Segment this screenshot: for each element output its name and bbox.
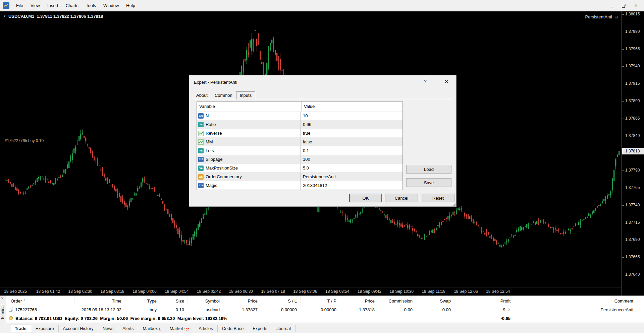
terminal-main: Order/TimeTypeSizeSymbolPriceS / LT / PP… [6, 296, 644, 333]
column-header-10-swap[interactable]: Swap [416, 297, 454, 305]
price-axis-label: 1.37665 [625, 255, 640, 259]
minimize-button[interactable] [609, 3, 614, 8]
price-axis-label: 1.37715 [625, 220, 640, 225]
chart-symbol-period: USDCAD,M1 [8, 14, 34, 19]
price-axis-label: 1.37640 [625, 272, 640, 277]
smiley-icon[interactable]: ☺ [614, 14, 619, 19]
terminal-tab-mailbox[interactable]: Mailbox6 [138, 325, 165, 332]
menu-charts[interactable]: Charts [62, 0, 82, 11]
price-axis[interactable]: 1.37818 1.380151.379901.379651.379401.37… [622, 11, 644, 295]
input-variable-cell: 123N [197, 112, 300, 120]
column-header-2-type[interactable]: Type [125, 297, 160, 305]
input-row-ordercommentary[interactable]: abOrderCommentaryPersisteneceAnti [197, 172, 402, 181]
double-type-icon: Va [198, 122, 204, 127]
input-row-mm[interactable]: MMfalse [197, 137, 402, 146]
column-header-8-price[interactable]: Price [340, 297, 378, 305]
input-variable-cell: 123Slippage [197, 155, 300, 163]
input-row-ratio[interactable]: VaRatio0.66 [197, 120, 402, 129]
input-value-cell[interactable]: 0.1 [300, 146, 402, 155]
input-row-magic[interactable]: 123Magic2013041812 [197, 181, 402, 190]
restore-button[interactable] [621, 3, 627, 8]
ok-button[interactable]: OK [349, 194, 382, 202]
terminal-tab-label: Code Base [222, 326, 244, 331]
input-value-cell[interactable]: false [300, 138, 402, 146]
column-header-11-profit[interactable]: Profit [454, 297, 514, 305]
column-header-1-time[interactable]: Time [74, 297, 125, 305]
menu-help[interactable]: Help [122, 0, 139, 11]
input-value-cell[interactable]: 10 [300, 112, 402, 120]
menu-window[interactable]: Window [100, 0, 122, 11]
time-axis[interactable]: 18 Sep 202518 Sep 01:4218 Sep 02:3018 Se… [0, 287, 644, 295]
input-row-maxpositionsize[interactable]: VaMaxPositionSize5.0 [197, 163, 402, 172]
column-header-12-comment[interactable]: Comment [514, 297, 644, 305]
menu-view[interactable]: View [27, 0, 44, 11]
terminal-tab-market[interactable]: Market122 [165, 325, 194, 332]
close-position-icon[interactable]: × [508, 307, 511, 312]
order-type: buy [125, 307, 160, 312]
order-swap: 0.00 [416, 307, 454, 312]
terminal-tab-articles[interactable]: Articles [194, 325, 218, 332]
inputs-table: Variable Value 123N10VaRatio0.66Reverset… [197, 102, 403, 190]
cancel-button[interactable]: Cancel [385, 194, 418, 202]
save-button[interactable]: Save [406, 178, 451, 187]
input-value-cell[interactable]: 0.66 [300, 120, 402, 129]
input-variable-cell: 123Magic [197, 181, 300, 190]
terminal-tab-account-history[interactable]: Account History [59, 325, 98, 332]
load-button[interactable]: Load [406, 165, 451, 174]
dialog-tab-inputs[interactable]: Inputs [236, 91, 255, 99]
column-header-7-t-p[interactable]: T / P [300, 297, 340, 305]
menu-tools[interactable]: Tools [82, 0, 100, 11]
input-row-lots[interactable]: VaLots0.1 [197, 146, 402, 155]
terminal-tab-experts[interactable]: Experts [248, 325, 272, 332]
input-row-slippage[interactable]: 123Slippage100 [197, 155, 402, 163]
close-button[interactable]: × [633, 3, 639, 8]
int-type-icon: 123 [198, 183, 204, 188]
column-header-value[interactable]: Value [301, 102, 402, 111]
metatrader-window: FileViewInsertChartsToolsWindowHelp × ▼ … [0, 0, 644, 333]
menu-insert[interactable]: Insert [44, 0, 62, 11]
time-axis-label: 18 Sep 10:30 [390, 289, 414, 294]
terminal-tab-exposure[interactable]: Exposure [31, 325, 59, 332]
terminal-tab-trade[interactable]: Trade [10, 325, 31, 332]
order-commission: 0.00 [378, 307, 416, 312]
terminal-tab-label: Market [170, 326, 183, 331]
time-axis-label: 18 Sep 12:06 [454, 289, 478, 294]
column-header-label: Price [248, 298, 258, 304]
terminal-close-button[interactable]: × [1, 296, 3, 301]
column-header-variable[interactable]: Variable [197, 104, 301, 109]
chart-menu-icon[interactable]: ▼ [3, 15, 6, 18]
input-row-reverse[interactable]: Reversetrue [197, 129, 402, 137]
input-value-cell[interactable]: 5.0 [300, 164, 402, 172]
column-header-5-price[interactable]: Price [223, 297, 261, 305]
time-axis-label: 18 Sep 2025 [4, 289, 27, 294]
column-header-9-commission[interactable]: Commission [378, 297, 416, 305]
input-row-n[interactable]: 123N10 [197, 111, 402, 120]
input-value-cell[interactable]: true [300, 129, 402, 137]
menu-file[interactable]: File [12, 0, 27, 11]
sort-icon: / [23, 298, 24, 303]
dialog-tab-about[interactable]: About [193, 92, 211, 99]
input-value-cell[interactable]: PersisteneceAnti [300, 173, 402, 181]
column-header-0-order[interactable]: Order/ [6, 297, 74, 305]
input-value-cell[interactable]: 100 [300, 155, 402, 163]
open-position-row[interactable]: 175227765 2025.09.18 13:12:02 buy 0.10 u… [6, 305, 644, 314]
terminal-tab-alerts[interactable]: Alerts [118, 325, 138, 332]
order-open-price: 1.37827 [223, 307, 261, 312]
terminal-tab-code-base[interactable]: Code Base [218, 325, 248, 332]
dialog-help-button[interactable]: ? [422, 79, 429, 85]
dialog-close-button[interactable]: × [441, 77, 451, 86]
dialog-tab-common[interactable]: Common [211, 92, 236, 99]
time-axis-label: 18 Sep 08:54 [325, 289, 349, 294]
column-header-4-symbol[interactable]: Symbol [187, 297, 223, 305]
column-header-label: S / L [288, 298, 297, 304]
terminal-tab-news[interactable]: News [98, 325, 118, 332]
resize-grip-icon[interactable]: ◢ [453, 202, 455, 206]
input-value-cell[interactable]: 2013041812 [300, 181, 402, 190]
order-comment: PersisteneceAnti [514, 307, 644, 312]
reset-button[interactable]: Reset [422, 194, 454, 202]
expert-badge[interactable]: PersistentAnti ☺ [585, 14, 619, 19]
column-header-3-size[interactable]: Size [160, 297, 187, 305]
terminal-tab-journal[interactable]: Journal [272, 325, 296, 332]
terminal-tab-label: Experts [253, 326, 267, 331]
column-header-6-s-l[interactable]: S / L [261, 297, 300, 305]
